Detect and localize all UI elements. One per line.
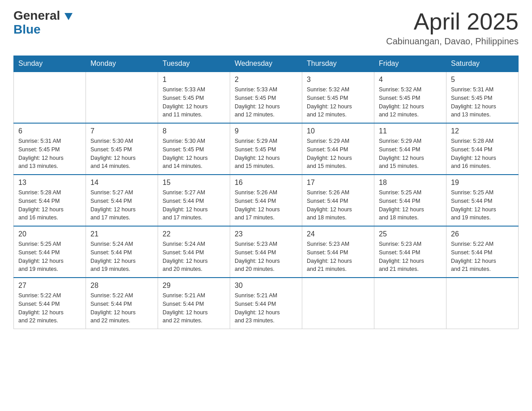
calendar-cell: 8Sunrise: 5:30 AM Sunset: 5:45 PM Daylig… [158, 123, 230, 175]
calendar-cell: 27Sunrise: 5:22 AM Sunset: 5:44 PM Dayli… [14, 278, 86, 329]
day-number: 18 [379, 179, 442, 187]
logo-triangle-icon [64, 13, 73, 20]
day-info: Sunrise: 5:22 AM Sunset: 5:44 PM Dayligh… [90, 291, 153, 325]
day-number: 19 [451, 179, 514, 187]
day-number: 14 [90, 179, 153, 187]
calendar-week-3: 13Sunrise: 5:28 AM Sunset: 5:44 PM Dayli… [14, 175, 519, 226]
day-info: Sunrise: 5:27 AM Sunset: 5:44 PM Dayligh… [90, 188, 153, 222]
day-info: Sunrise: 5:22 AM Sunset: 5:44 PM Dayligh… [18, 291, 81, 325]
day-info: Sunrise: 5:33 AM Sunset: 5:45 PM Dayligh… [235, 86, 297, 119]
day-number: 6 [18, 127, 81, 135]
calendar-cell [14, 72, 86, 123]
calendar-cell [374, 278, 446, 329]
calendar-cell [446, 278, 519, 329]
day-number: 13 [18, 179, 81, 187]
day-info: Sunrise: 5:25 AM Sunset: 5:44 PM Dayligh… [379, 188, 442, 222]
calendar-cell: 2Sunrise: 5:33 AM Sunset: 5:45 PM Daylig… [230, 72, 302, 123]
calendar-cell: 5Sunrise: 5:31 AM Sunset: 5:45 PM Daylig… [446, 72, 519, 123]
day-info: Sunrise: 5:23 AM Sunset: 5:44 PM Dayligh… [307, 240, 369, 274]
day-info: Sunrise: 5:30 AM Sunset: 5:45 PM Dayligh… [90, 137, 153, 171]
day-headers-row: SundayMondayTuesdayWednesdayThursdayFrid… [14, 56, 519, 72]
day-header-wednesday: Wednesday [230, 56, 302, 72]
day-number: 11 [379, 127, 442, 135]
day-number: 17 [307, 179, 369, 187]
day-info: Sunrise: 5:32 AM Sunset: 5:45 PM Dayligh… [379, 86, 442, 119]
day-info: Sunrise: 5:30 AM Sunset: 5:45 PM Dayligh… [163, 137, 225, 171]
calendar-cell [86, 72, 158, 123]
calendar-cell: 13Sunrise: 5:28 AM Sunset: 5:44 PM Dayli… [14, 175, 86, 226]
day-info: Sunrise: 5:29 AM Sunset: 5:44 PM Dayligh… [379, 137, 442, 171]
calendar-header: SundayMondayTuesdayWednesdayThursdayFrid… [14, 56, 519, 72]
page-header: General Blue April 2025 Cabinuangan, Dav… [13, 9, 519, 47]
calendar-cell: 21Sunrise: 5:24 AM Sunset: 5:44 PM Dayli… [86, 226, 158, 278]
day-number: 1 [163, 76, 225, 84]
calendar-cell [302, 278, 374, 329]
calendar-cell: 6Sunrise: 5:31 AM Sunset: 5:45 PM Daylig… [14, 123, 86, 175]
day-number: 8 [163, 127, 225, 135]
day-number: 9 [235, 127, 297, 135]
day-number: 2 [235, 76, 297, 84]
calendar-cell: 23Sunrise: 5:23 AM Sunset: 5:44 PM Dayli… [230, 226, 302, 278]
day-info: Sunrise: 5:21 AM Sunset: 5:44 PM Dayligh… [235, 291, 297, 325]
calendar-cell: 4Sunrise: 5:32 AM Sunset: 5:45 PM Daylig… [374, 72, 446, 123]
day-info: Sunrise: 5:23 AM Sunset: 5:44 PM Dayligh… [235, 240, 297, 274]
calendar-cell: 29Sunrise: 5:21 AM Sunset: 5:44 PM Dayli… [158, 278, 230, 329]
day-info: Sunrise: 5:28 AM Sunset: 5:44 PM Dayligh… [18, 188, 81, 222]
day-number: 23 [235, 230, 297, 238]
day-number: 29 [163, 282, 225, 290]
day-number: 21 [90, 230, 153, 238]
day-number: 16 [235, 179, 297, 187]
calendar-cell: 25Sunrise: 5:23 AM Sunset: 5:44 PM Dayli… [374, 226, 446, 278]
day-number: 7 [90, 127, 153, 135]
calendar-cell: 15Sunrise: 5:27 AM Sunset: 5:44 PM Dayli… [158, 175, 230, 226]
calendar-cell: 18Sunrise: 5:25 AM Sunset: 5:44 PM Dayli… [374, 175, 446, 226]
day-info: Sunrise: 5:22 AM Sunset: 5:44 PM Dayligh… [451, 240, 514, 274]
calendar-cell: 14Sunrise: 5:27 AM Sunset: 5:44 PM Dayli… [86, 175, 158, 226]
day-info: Sunrise: 5:24 AM Sunset: 5:44 PM Dayligh… [90, 240, 153, 274]
calendar-cell: 12Sunrise: 5:28 AM Sunset: 5:44 PM Dayli… [446, 123, 519, 175]
day-number: 3 [307, 76, 369, 84]
day-info: Sunrise: 5:28 AM Sunset: 5:44 PM Dayligh… [451, 137, 514, 171]
day-header-tuesday: Tuesday [158, 56, 230, 72]
day-info: Sunrise: 5:27 AM Sunset: 5:44 PM Dayligh… [163, 188, 225, 222]
day-info: Sunrise: 5:26 AM Sunset: 5:44 PM Dayligh… [235, 188, 297, 222]
calendar-cell: 19Sunrise: 5:25 AM Sunset: 5:44 PM Dayli… [446, 175, 519, 226]
day-info: Sunrise: 5:32 AM Sunset: 5:45 PM Dayligh… [307, 86, 369, 119]
day-info: Sunrise: 5:29 AM Sunset: 5:44 PM Dayligh… [307, 137, 369, 171]
calendar-week-4: 20Sunrise: 5:25 AM Sunset: 5:44 PM Dayli… [14, 226, 519, 278]
logo: General Blue [13, 9, 73, 37]
calendar-cell: 20Sunrise: 5:25 AM Sunset: 5:44 PM Dayli… [14, 226, 86, 278]
day-number: 30 [235, 282, 297, 290]
calendar-table: SundayMondayTuesdayWednesdayThursdayFrid… [13, 56, 519, 329]
day-header-monday: Monday [86, 56, 158, 72]
location: Cabinuangan, Davao, Philippines [386, 36, 519, 47]
day-number: 4 [379, 76, 442, 84]
day-header-friday: Friday [374, 56, 446, 72]
logo-blue: Blue [13, 23, 73, 37]
day-number: 15 [163, 179, 225, 187]
calendar-cell: 11Sunrise: 5:29 AM Sunset: 5:44 PM Dayli… [374, 123, 446, 175]
day-number: 24 [307, 230, 369, 238]
calendar-cell: 1Sunrise: 5:33 AM Sunset: 5:45 PM Daylig… [158, 72, 230, 123]
day-number: 27 [18, 282, 81, 290]
calendar-cell: 30Sunrise: 5:21 AM Sunset: 5:44 PM Dayli… [230, 278, 302, 329]
calendar-cell: 28Sunrise: 5:22 AM Sunset: 5:44 PM Dayli… [86, 278, 158, 329]
day-info: Sunrise: 5:31 AM Sunset: 5:45 PM Dayligh… [18, 137, 81, 171]
day-header-sunday: Sunday [14, 56, 86, 72]
svg-marker-0 [64, 13, 73, 20]
day-info: Sunrise: 5:29 AM Sunset: 5:45 PM Dayligh… [235, 137, 297, 171]
calendar-cell: 24Sunrise: 5:23 AM Sunset: 5:44 PM Dayli… [302, 226, 374, 278]
day-info: Sunrise: 5:33 AM Sunset: 5:45 PM Dayligh… [163, 86, 225, 119]
day-number: 10 [307, 127, 369, 135]
calendar-cell: 7Sunrise: 5:30 AM Sunset: 5:45 PM Daylig… [86, 123, 158, 175]
calendar-week-2: 6Sunrise: 5:31 AM Sunset: 5:45 PM Daylig… [14, 123, 519, 175]
calendar-body: 1Sunrise: 5:33 AM Sunset: 5:45 PM Daylig… [14, 72, 519, 329]
day-number: 26 [451, 230, 514, 238]
day-number: 12 [451, 127, 514, 135]
day-header-saturday: Saturday [446, 56, 519, 72]
calendar-cell: 16Sunrise: 5:26 AM Sunset: 5:44 PM Dayli… [230, 175, 302, 226]
day-info: Sunrise: 5:25 AM Sunset: 5:44 PM Dayligh… [18, 240, 81, 274]
day-number: 25 [379, 230, 442, 238]
title-block: April 2025 Cabinuangan, Davao, Philippin… [386, 9, 519, 47]
day-header-thursday: Thursday [302, 56, 374, 72]
